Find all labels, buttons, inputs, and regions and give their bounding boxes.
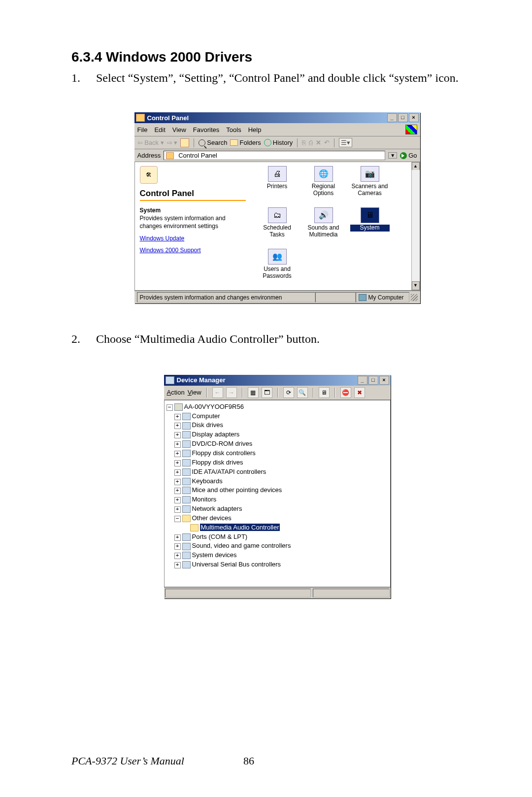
menu-file[interactable]: File [137,126,148,133]
windows-logo-icon [405,125,417,134]
scanner-icon: 📷 [361,166,379,182]
tree-node-other[interactable]: −Other devices [166,514,387,523]
tree-node-dvd[interactable]: +DVD/CD-ROM drives [166,439,387,449]
tree-node-sound[interactable]: +Sound, video and game controllers [166,541,387,551]
dm-close-button[interactable]: × [379,376,389,385]
item-scanners[interactable]: 📷Scanners and Cameras [350,166,390,205]
tree-node-network[interactable]: +Network adapters [166,504,387,514]
history-button[interactable]: History [264,139,293,146]
delete-button[interactable]: ✕ [316,139,321,146]
folders-button[interactable]: Folders [230,139,261,146]
tree-node-floppyd[interactable]: +Floppy disk drives [166,458,387,467]
item-system[interactable]: 🖥System [350,207,390,247]
mouse-icon [182,487,191,494]
tree-node-ports[interactable]: +Ports (COM & LPT) [166,532,387,542]
section-heading: 6.3.4 Windows 2000 Drivers [71,49,483,65]
address-field[interactable]: Control Panel [164,151,385,160]
menu-view[interactable]: View [172,126,186,133]
tree-node-ide[interactable]: +IDE ATA/ATAPI controllers [166,467,387,477]
tree-node-floppyc[interactable]: +Floppy disk controllers [166,449,387,458]
maximize-button[interactable]: □ [398,113,408,122]
control-panel-window: Control Panel _ □ × File Edit View Favor… [134,112,420,303]
left-panel-description: System Provides system information and c… [140,207,246,230]
tree-node-usb[interactable]: +Universal Serial Bus controllers [166,560,387,569]
menubar: File Edit View Favorites Tools Help [134,123,420,136]
dm-menu-action[interactable]: Action [167,389,185,396]
footer-page-number: 86 [243,755,254,767]
dm-maximize-button[interactable]: □ [368,376,378,385]
copyto-button[interactable]: ⎙ [309,139,313,146]
search-button[interactable]: Search [199,139,227,146]
menu-help[interactable]: Help [248,126,262,133]
menu-favorites[interactable]: Favorites [193,126,219,133]
tree-node-mice[interactable]: +Mice and other pointing devices [166,486,387,495]
tree-node-multimedia-audio[interactable]: Multimedia Audio Controller [166,523,387,532]
system-description: Provides system information and changes … [140,215,226,230]
search-icon [199,139,205,146]
tree-node-computer[interactable]: +Computer [166,412,387,421]
dm-status-cell-1 [165,589,311,598]
computer-icon [182,413,191,420]
address-value: Control Panel [178,152,217,159]
dm-statusbar [164,587,391,598]
dm-scan-button[interactable]: 🔍 [297,387,308,398]
tree-node-disk[interactable]: +Disk drives [166,421,387,430]
dm-computer-button[interactable]: 🖥 [319,387,330,398]
menu-edit[interactable]: Edit [154,126,165,133]
menu-tools[interactable]: Tools [226,126,241,133]
step-1-number: 1. [71,70,96,86]
system-devices-icon [182,552,191,559]
dm-back-button[interactable]: ← [212,387,223,398]
content-area: 🛠 Control Panel System Provides system i… [134,162,420,291]
item-sounds[interactable]: 🔊Sounds and Multimedia [304,207,343,247]
tree-node-monitors[interactable]: +Monitors [166,495,387,504]
icon-grid: 🖨Printers 🌐Regional Options 📷Scanners an… [251,162,420,290]
printer-icon: 🖨 [268,166,287,182]
dm-titlebar: Device Manager _ □ × [164,375,391,386]
views-button[interactable]: ☰▾ [339,138,352,147]
dm-refresh-button[interactable]: ⟳ [283,387,294,398]
item-printers[interactable]: 🖨Printers [258,166,297,205]
item-users[interactable]: 👥Users and Passwords [258,249,297,288]
device-manager-window: Device Manager _ □ × Action View ← → ▦ 🗔… [164,375,391,598]
scroll-down-button[interactable]: ▼ [412,281,420,290]
dm-disable-button[interactable]: ⛔ [340,387,351,398]
page-footer: PCA-9372 User’s Manual 86 [71,755,483,767]
left-panel-heading: Control Panel [140,189,246,201]
keyboard-icon [182,478,191,485]
status-mid [315,292,356,302]
tree-root[interactable]: −AA-00VYYOOF9R56 [166,402,387,412]
tree-node-display[interactable]: +Display adapters [166,430,387,439]
forward-button[interactable]: ⇨ ▾ [167,139,178,146]
toolbar: ⇦ Back ▾ ⇨ ▾ Search Folders History ⎘ ⎙ … [134,136,420,149]
users-icon: 👥 [268,249,287,265]
item-scheduled[interactable]: 🗂Scheduled Tasks [258,207,297,247]
close-button[interactable]: × [409,113,419,122]
tree-node-keyboards[interactable]: +Keyboards [166,477,387,486]
tree-node-sysdev[interactable]: +System devices [166,551,387,560]
control-panel-icon [136,114,145,122]
back-button[interactable]: ⇦ Back ▾ [137,139,164,146]
system-title: System [140,207,161,214]
dm-properties-button[interactable]: 🗔 [262,387,272,398]
go-button[interactable]: Go [400,152,417,159]
ide-icon [182,468,191,476]
dm-uninstall-button[interactable]: ✖ [354,387,365,398]
address-dropdown[interactable]: ▼ [388,152,397,159]
dm-menu-view[interactable]: View [188,389,201,396]
link-windows-update[interactable]: Windows Update [140,235,246,242]
up-button[interactable] [180,138,189,147]
dm-minimize-button[interactable]: _ [358,376,367,385]
dm-show-hide-button[interactable]: ▦ [248,387,259,398]
undo-button[interactable]: ↶ [324,139,330,146]
device-manager-icon [166,376,174,384]
moveto-button[interactable]: ⎘ [302,139,306,146]
control-panel-large-icon: 🛠 [140,166,158,184]
resize-grip[interactable] [411,294,418,301]
item-regional[interactable]: 🌐Regional Options [304,166,343,205]
dm-forward-button[interactable]: → [226,387,237,398]
vertical-scrollbar[interactable]: ▲ ▼ [411,162,420,290]
link-win2k-support[interactable]: Windows 2000 Support [140,247,246,254]
minimize-button[interactable]: _ [387,113,397,122]
left-panel: 🛠 Control Panel System Provides system i… [135,162,251,290]
